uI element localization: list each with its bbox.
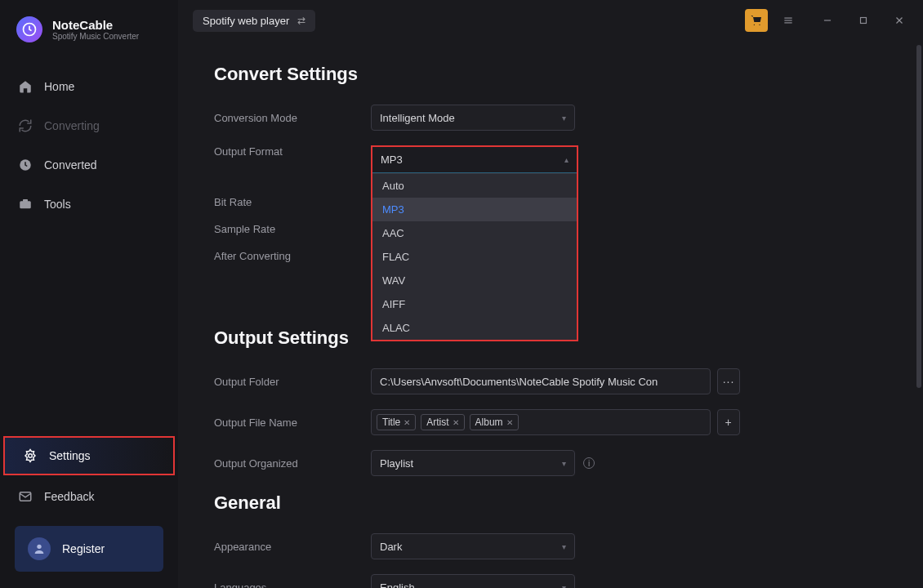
mail-icon: [18, 489, 33, 504]
user-icon: [28, 537, 51, 560]
chevron-down-icon: ▾: [562, 114, 566, 122]
sidebar-item-label: Converting: [44, 119, 100, 132]
converting-icon: [18, 118, 33, 133]
appearance-select[interactable]: Dark ▾: [371, 533, 575, 559]
sidebar-item-home[interactable]: Home: [0, 69, 178, 105]
output-format-select[interactable]: MP3 ▴: [372, 147, 577, 173]
svg-point-6: [37, 545, 41, 549]
remove-tag-icon[interactable]: ✕: [453, 418, 459, 427]
sidebar-item-settings[interactable]: Settings: [3, 436, 175, 475]
output-format-dropdown-wrapper: MP3 ▴ Auto MP3 AAC FLAC WAV AIFF ALAC: [371, 145, 578, 341]
tag-title[interactable]: Title✕: [377, 414, 416, 430]
label-appearance: Appearance: [214, 541, 371, 553]
format-option-flac[interactable]: FLAC: [372, 245, 577, 269]
tools-icon: [18, 197, 33, 212]
label-conversion-mode: Conversion Mode: [214, 112, 371, 124]
chevron-down-icon: ▾: [562, 459, 566, 468]
section-title-convert: Convert Settings: [214, 64, 887, 85]
sidebar-item-tools[interactable]: Tools: [0, 186, 178, 222]
sidebar-item-label: Tools: [44, 198, 71, 211]
format-option-auto[interactable]: Auto: [372, 174, 577, 198]
output-folder-input[interactable]: C:\Users\Anvsoft\Documents\NoteCable Spo…: [371, 368, 711, 394]
home-icon: [18, 79, 33, 94]
chevron-up-icon: ▴: [564, 155, 569, 164]
scrollbar-thumb[interactable]: [916, 45, 921, 388]
svg-rect-2: [20, 201, 31, 208]
player-selector[interactable]: Spotify web player ⇄: [193, 10, 315, 32]
app-logo-icon: [16, 16, 42, 42]
label-output-format: Output Format: [214, 145, 371, 158]
tag-album[interactable]: Album✕: [470, 414, 519, 430]
languages-select[interactable]: English ▾: [371, 574, 575, 588]
close-button[interactable]: [890, 11, 908, 29]
cart-button[interactable]: [745, 9, 768, 32]
logo-area: NoteCable Spotify Music Converter: [0, 0, 178, 59]
player-label: Spotify web player: [203, 15, 289, 27]
format-option-aiff[interactable]: AIFF: [372, 292, 577, 316]
tag-artist[interactable]: Artist✕: [421, 414, 464, 430]
clock-icon: [18, 158, 33, 172]
browse-folder-button[interactable]: ···: [717, 368, 740, 394]
format-option-alac[interactable]: ALAC: [372, 316, 577, 340]
label-after-converting: After Converting: [214, 250, 371, 262]
svg-rect-11: [861, 18, 867, 24]
label-output-folder: Output Folder: [214, 376, 371, 388]
conversion-mode-select[interactable]: Intelligent Mode ▾: [371, 105, 575, 131]
swap-icon: ⇄: [297, 15, 305, 26]
chevron-down-icon: ▾: [562, 542, 566, 551]
titlebar: Spotify web player ⇄: [178, 0, 923, 41]
maximize-button[interactable]: [854, 11, 872, 29]
minimize-button[interactable]: [818, 11, 836, 29]
label-output-file-name: Output File Name: [214, 416, 371, 429]
app-title: NoteCable: [52, 18, 139, 32]
sidebar-item-label: Settings: [49, 449, 91, 462]
chevron-down-icon: ▾: [562, 583, 566, 589]
app-subtitle: Spotify Music Converter: [52, 32, 139, 41]
output-format-options: Auto MP3 AAC FLAC WAV AIFF ALAC: [372, 173, 577, 340]
format-option-aac[interactable]: AAC: [372, 221, 577, 245]
format-option-wav[interactable]: WAV: [372, 269, 577, 292]
sidebar: NoteCable Spotify Music Converter Home C…: [0, 0, 178, 588]
sidebar-item-label: Feedback: [44, 490, 94, 503]
info-icon[interactable]: i: [583, 457, 595, 469]
settings-icon: [23, 448, 38, 463]
main-panel: Spotify web player ⇄: [178, 0, 923, 588]
label-bit-rate: Bit Rate: [214, 196, 371, 208]
settings-content: Convert Settings Conversion Mode Intelli…: [178, 41, 923, 588]
remove-tag-icon[interactable]: ✕: [404, 418, 410, 427]
sidebar-item-feedback[interactable]: Feedback: [0, 479, 178, 514]
sidebar-item-converted[interactable]: Converted: [0, 147, 178, 183]
sidebar-item-label: Converted: [44, 158, 97, 172]
menu-button[interactable]: [779, 11, 797, 29]
section-title-general: General: [214, 492, 887, 514]
register-button[interactable]: Register: [15, 526, 163, 572]
format-option-mp3[interactable]: MP3: [372, 198, 577, 221]
label-sample-rate: Sample Rate: [214, 223, 371, 235]
add-tag-button[interactable]: +: [717, 409, 740, 435]
sidebar-item-converting[interactable]: Converting: [0, 108, 178, 144]
sidebar-item-label: Home: [44, 80, 74, 93]
remove-tag-icon[interactable]: ✕: [506, 418, 513, 427]
register-label: Register: [62, 542, 105, 555]
label-output-organized: Output Organized: [214, 457, 371, 470]
output-file-name-tags[interactable]: Title✕ Artist✕ Album✕: [371, 409, 711, 435]
label-languages: Languages: [214, 581, 371, 589]
svg-rect-3: [23, 199, 28, 202]
svg-point-4: [29, 454, 33, 458]
output-organized-select[interactable]: Playlist ▾: [371, 450, 575, 476]
